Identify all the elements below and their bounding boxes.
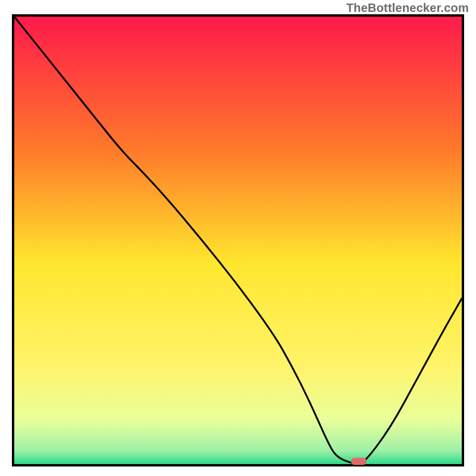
chart-plot-area	[12, 14, 464, 466]
optimal-point-marker	[351, 458, 367, 465]
chart-svg	[12, 14, 464, 466]
attribution-label: TheBottlenecker.com	[346, 1, 469, 15]
chart-background	[14, 17, 462, 464]
chart-container: TheBottlenecker.com	[0, 0, 476, 476]
